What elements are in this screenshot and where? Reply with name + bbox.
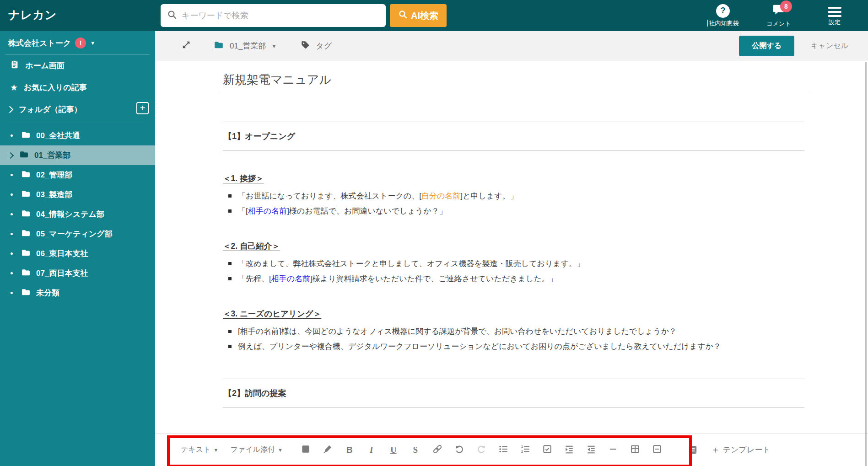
highlighter-button[interactable] — [317, 441, 339, 459]
color-swatch-button[interactable] — [295, 441, 317, 459]
bullet-list-icon — [498, 444, 508, 455]
folder-label: 未分類 — [36, 288, 59, 298]
bullet-marker — [228, 262, 232, 265]
chevron-right-icon — [6, 106, 14, 113]
bullet-dot — [11, 233, 13, 235]
folder-icon — [21, 209, 31, 220]
sidebar-folder-item[interactable]: 07_西日本支社 — [0, 263, 155, 283]
editor-header: 01_営業部 ▼ タグ 公開する キャンセル — [155, 31, 868, 61]
outdent-button[interactable] — [580, 441, 602, 459]
home-label: ホーム画面 — [25, 60, 65, 71]
folder-label: 01_営業部 — [34, 150, 70, 161]
sidebar-folder-item[interactable]: 00_全社共通 — [0, 126, 155, 145]
folder-icon — [21, 130, 31, 142]
sidebar-folder-item[interactable]: 06_東日本支社 — [0, 244, 155, 263]
folder-label: 07_西日本支社 — [36, 268, 88, 279]
expand-icon[interactable] — [181, 40, 191, 52]
bold-icon: B — [346, 445, 353, 455]
bullet-text: 「先程、[相手の名前]様より資料請求をいただいた件で、ご連絡させていただきました… — [238, 271, 557, 286]
bullet-text: 「改めまして、弊社株式会社ストークと申しまして、オフィス機器を製造・販売しており… — [238, 256, 584, 271]
italic-button[interactable]: I — [361, 441, 383, 459]
folder-list: 00_全社共通01_営業部02_管理部03_製造部04_情報システム部05_マー… — [0, 126, 155, 303]
sidebar-folder-item[interactable]: 02_管理部 — [0, 165, 155, 185]
document-editor[interactable]: 新規架電マニュアル 【1】オープニング＜1. 挨拶＞「お世話になっております、株… — [155, 61, 868, 433]
bullet-item: 例えば、プリンターや複合機、デジタルワークフローソリューションなどにおいてお困り… — [228, 339, 804, 354]
book-icon-button[interactable] — [682, 441, 704, 459]
chevron-down-icon[interactable]: ▼ — [271, 43, 276, 49]
toolbar-icon-group: BIUS12 — [295, 441, 668, 459]
chevron-down-icon: ▼ — [278, 447, 283, 453]
indent-icon — [564, 444, 574, 455]
indent-button[interactable] — [558, 441, 580, 459]
horizontal-rule-button[interactable] — [602, 441, 624, 459]
sidebar-item-home[interactable]: ホーム画面 — [0, 54, 155, 77]
strikethrough-button[interactable]: S — [404, 441, 426, 459]
chevron-down-icon: ▼ — [90, 40, 95, 46]
checkbox-button[interactable] — [536, 441, 558, 459]
sidebar-folder-item[interactable]: 04_情報システム部 — [0, 204, 155, 224]
redo-icon — [476, 444, 486, 455]
template-button[interactable]: ＋ テンプレート — [708, 443, 773, 456]
app-logo: ナレカン — [8, 7, 57, 22]
breadcrumb-folder[interactable]: 01_営業部 — [230, 41, 266, 51]
sidebar-item-favorites[interactable]: ★ お気に入りの記事 — [0, 77, 155, 98]
folders-section-header[interactable]: フォルダ（記事） + — [0, 98, 155, 121]
search-icon — [167, 10, 177, 21]
numbered-list-button[interactable]: 12 — [514, 441, 536, 459]
settings-button[interactable]: 設定 — [819, 5, 851, 27]
table-button[interactable] — [624, 441, 646, 459]
redo-button[interactable] — [470, 441, 492, 459]
comments-badge: 8 — [780, 0, 792, 12]
numbered-list-icon: 12 — [520, 444, 530, 455]
vertical-scrollbar[interactable] — [865, 62, 867, 466]
bullet-text: 例えば、プリンターや複合機、デジタルワークフローソリューションなどにおいてお困り… — [238, 339, 721, 354]
chevron-down-icon: ▼ — [214, 447, 219, 453]
undo-button[interactable] — [448, 441, 470, 459]
folder-label: 06_東日本支社 — [36, 248, 88, 259]
sub-heading: ＜1. 挨拶＞ — [223, 173, 804, 184]
search-placeholder: キーワードで検索 — [182, 10, 248, 21]
bullet-dot — [11, 252, 13, 255]
folder-label: 04_情報システム部 — [36, 209, 104, 220]
sidebar-folder-item[interactable]: 05_マーケティング部 — [0, 224, 155, 244]
company-selector[interactable]: 株式会社ストーク ! ▼ — [0, 31, 155, 54]
topbar-icon-group: ? 社内知恵袋 8 コメント 設定 — [707, 0, 851, 31]
checkbox-icon — [542, 444, 552, 455]
help-button[interactable]: ? 社内知恵袋 — [707, 4, 739, 27]
comments-label: コメント — [766, 20, 791, 28]
folder-label: 05_マーケティング部 — [36, 229, 113, 239]
cancel-button[interactable]: キャンセル — [808, 41, 851, 51]
attach-file-dropdown[interactable]: ファイル添付 ▼ — [230, 445, 282, 455]
bullet-marker — [228, 330, 232, 333]
text-style-dropdown[interactable]: テキスト ▼ — [181, 445, 218, 455]
topbar: ナレカン キーワードで検索 AI検索 ? 社内知恵袋 8 コメント 設定 — [0, 0, 868, 31]
bullet-dot — [11, 134, 13, 137]
sidebar-folder-item[interactable]: 01_営業部 — [0, 145, 155, 165]
horizontal-rule-icon — [608, 444, 618, 455]
search-input[interactable]: キーワードで検索 — [161, 4, 386, 27]
bullet-text: 「[相手の名前]様のお電話で、お間違いないでしょうか？」 — [238, 204, 447, 219]
add-folder-button[interactable]: + — [136, 102, 149, 114]
question-icon: ? — [716, 4, 730, 18]
sidebar-folder-item[interactable]: 03_製造部 — [0, 185, 155, 204]
section-heading: 【1】オープニング — [223, 122, 804, 151]
bullet-list-button[interactable] — [492, 441, 514, 459]
outdent-icon — [586, 444, 596, 455]
comments-button[interactable]: 8 コメント — [763, 3, 795, 28]
bullet-dot — [11, 174, 13, 176]
chevron-right-icon[interactable] — [7, 152, 14, 158]
publish-button[interactable]: 公開する — [739, 36, 794, 56]
svg-text:2: 2 — [521, 450, 523, 454]
ai-search-button[interactable]: AI検索 — [390, 4, 447, 27]
link-button[interactable] — [426, 441, 448, 459]
document-title[interactable]: 新規架電マニュアル — [223, 72, 804, 88]
tag-label[interactable]: タグ — [316, 41, 332, 51]
collapse-button[interactable] — [646, 441, 668, 459]
bullet-dot — [11, 292, 13, 294]
link-icon — [432, 444, 442, 455]
bullet-marker — [228, 345, 232, 348]
section-heading: 【2】訪問の提案 — [223, 379, 804, 408]
sidebar-folder-item[interactable]: 未分類 — [0, 283, 155, 303]
underline-button[interactable]: U — [383, 441, 404, 459]
bold-button[interactable]: B — [339, 441, 361, 459]
